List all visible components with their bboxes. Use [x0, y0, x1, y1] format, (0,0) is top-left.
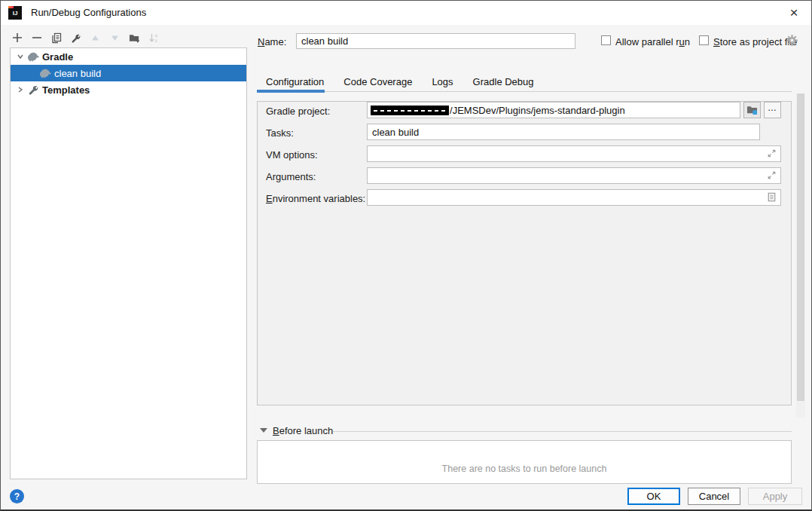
browse-ellipsis-button[interactable]: …	[764, 102, 781, 118]
tree-item-label: clean build	[54, 68, 101, 79]
vertical-scrollbar[interactable]	[796, 93, 805, 418]
arguments-input[interactable]	[367, 167, 781, 184]
store-as-project-file-checkbox[interactable]	[699, 35, 709, 45]
svg-text:z: z	[155, 38, 157, 43]
allow-parallel-run-checkbox[interactable]	[601, 35, 611, 45]
cancel-button[interactable]: Cancel	[688, 488, 740, 505]
tasks-label: Tasks:	[266, 127, 294, 139]
before-launch-task-list[interactable]: There are no tasks to run before launch	[257, 440, 792, 484]
active-tab-underline	[257, 90, 325, 93]
config-tabs: Configuration Code Coverage Logs Gradle …	[266, 76, 534, 87]
tree-item-label: Templates	[42, 84, 90, 96]
tab-logs[interactable]: Logs	[432, 76, 453, 87]
expand-field-icon[interactable]	[766, 148, 777, 159]
vm-options-label: VM options:	[266, 149, 318, 161]
name-label: Name:	[258, 36, 286, 47]
store-as-project-file-label: Store as project file	[713, 36, 797, 47]
gradle-project-field[interactable]: /JEMSDev/Plugins/jems-standard-plugin	[367, 102, 740, 118]
add-icon[interactable]	[11, 32, 23, 44]
ok-button[interactable]: OK	[627, 488, 680, 505]
edit-templates-wrench-icon[interactable]	[70, 32, 81, 44]
svg-text:a: a	[155, 32, 158, 38]
gradle-icon	[39, 67, 51, 79]
move-down-icon[interactable]	[109, 32, 121, 44]
tree-item-gradle[interactable]: Gradle	[11, 48, 246, 65]
tree-item-label: Gradle	[42, 51, 73, 63]
title-bar: IJ Run/Debug Configurations ×	[1, 1, 811, 25]
redacted-path-segment	[371, 106, 449, 115]
scrollbar-thumb[interactable]	[797, 93, 804, 401]
run-debug-configurations-dialog: IJ Run/Debug Configurations ×	[0, 0, 812, 511]
collapse-triangle-icon[interactable]	[260, 428, 267, 433]
tab-gradle-debug[interactable]: Gradle Debug	[473, 76, 534, 87]
choose-gradle-project-button[interactable]	[743, 102, 761, 118]
wrench-icon	[27, 84, 39, 96]
move-up-icon[interactable]	[90, 32, 101, 44]
intellij-logo-icon: IJ	[8, 6, 22, 20]
environment-variables-input[interactable]	[367, 189, 781, 206]
configurations-tree: Gradle clean build Templates	[10, 47, 247, 479]
gradle-project-path: /JEMSDev/Plugins/jems-standard-plugin	[450, 105, 625, 116]
remove-icon[interactable]	[31, 32, 42, 44]
allow-parallel-run-label: Allow parallel run	[615, 36, 690, 47]
gradle-project-label: Gradle project:	[266, 106, 330, 117]
chevron-right-icon[interactable]	[17, 86, 24, 93]
sort-configurations-icon[interactable]: a z	[148, 32, 160, 44]
apply-button[interactable]: Apply	[748, 488, 802, 505]
store-settings-gear-icon[interactable]	[786, 34, 798, 47]
name-input[interactable]	[296, 33, 575, 49]
before-launch-empty-text: There are no tasks to run before launch	[442, 464, 607, 474]
tab-configuration[interactable]: Configuration	[266, 76, 324, 87]
copy-icon[interactable]	[50, 32, 62, 44]
close-icon[interactable]: ×	[777, 1, 811, 25]
arguments-label: Arguments:	[266, 171, 316, 182]
gradle-icon	[27, 50, 39, 63]
tab-separator	[257, 91, 792, 92]
folder-with-blue-square-icon	[746, 105, 758, 115]
vm-options-input[interactable]	[367, 145, 781, 162]
dialog-title: Run/Debug Configurations	[31, 7, 146, 18]
tree-item-clean-build[interactable]: clean build	[11, 65, 246, 81]
expand-field-icon[interactable]	[766, 170, 777, 181]
help-icon[interactable]: ?	[10, 489, 24, 503]
configurations-toolbar: a z	[11, 30, 160, 45]
tasks-input[interactable]	[367, 124, 760, 140]
environment-variables-label: Environment variables:	[266, 193, 365, 204]
chevron-down-icon[interactable]	[17, 53, 24, 60]
before-launch-label[interactable]: Before launch	[273, 425, 333, 436]
tab-code-coverage[interactable]: Code Coverage	[343, 76, 412, 87]
tree-item-templates[interactable]: Templates	[11, 81, 246, 98]
browse-variables-list-icon[interactable]	[766, 191, 777, 203]
before-launch-rule	[333, 431, 792, 432]
new-folder-icon[interactable]	[129, 32, 140, 44]
